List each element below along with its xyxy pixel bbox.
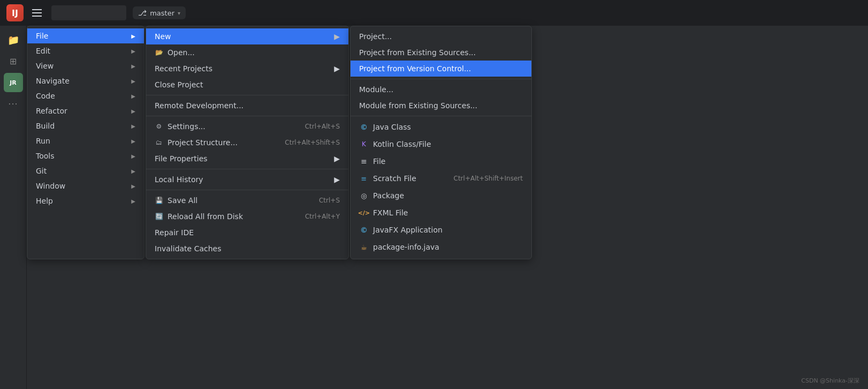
menu-item-repair-ide[interactable]: Repair IDE	[146, 225, 348, 241]
branch-chevron-icon: ▾	[178, 10, 180, 16]
menu-item-view[interactable]: View ▶	[27, 58, 144, 73]
separator	[146, 169, 348, 169]
menu-arrow-icon: ▶	[131, 78, 135, 84]
menu-arrow-icon: ▶	[131, 153, 135, 159]
watermark: CSDN @Shinka-深深	[801, 377, 859, 385]
branch-name: master	[150, 9, 174, 17]
separator	[351, 116, 531, 116]
menu-item-recent-projects[interactable]: Recent Projects ▶	[146, 61, 348, 77]
menu-item-remote-development[interactable]: Remote Development...	[146, 98, 348, 114]
separator	[146, 116, 348, 116]
menu-item-settings[interactable]: ⚙ Settings... Ctrl+Alt+S	[146, 118, 348, 134]
menu-arrow-icon: ▶	[131, 123, 135, 129]
menu-arrow-icon: ▶	[131, 138, 135, 144]
menu-item-code[interactable]: Code ▶	[27, 88, 144, 103]
menu-item-open[interactable]: 📂 Open...	[146, 44, 348, 61]
menu-container: File ▶ Edit ▶ View ▶ Navigate ▶ Code ▶ R…	[27, 26, 532, 259]
menu-arrow-icon: ▶	[131, 48, 135, 54]
menu-arrow-icon: ▶	[334, 175, 340, 184]
java-class-icon: ©	[359, 122, 369, 132]
separator	[146, 190, 348, 190]
left-sidebar: 📁 ⊞ JR ···	[0, 26, 27, 389]
menu-arrow-icon: ▶	[131, 168, 135, 174]
new-submenu-level3: Project... Project from Existing Sources…	[350, 26, 532, 259]
separator	[351, 79, 531, 79]
scratch-file-icon: ≡	[359, 174, 369, 183]
menu-arrow-icon: ▶	[131, 108, 135, 114]
avatar-icon[interactable]: JR	[4, 73, 23, 92]
menu-item-project-from-vcs[interactable]: Project from Version Control...	[351, 61, 531, 77]
folder-icon[interactable]: 📁	[4, 30, 23, 49]
project-structure-icon: 🗂	[155, 138, 163, 147]
shortcut-reload-all: Ctrl+Alt+Y	[305, 213, 340, 220]
menu-arrow-icon: ▶	[334, 64, 340, 73]
menu-item-project[interactable]: Project...	[351, 28, 531, 44]
menu-item-package[interactable]: ◎ Package	[351, 187, 531, 204]
menu-arrow-icon: ▶	[131, 63, 135, 69]
file-icon: ≡	[359, 156, 369, 166]
menu-item-local-history[interactable]: Local History ▶	[146, 171, 348, 188]
menu-item-help[interactable]: Help ▶	[27, 193, 144, 208]
more-icon[interactable]: ···	[4, 94, 23, 114]
shortcut-save-all: Ctrl+S	[319, 197, 340, 204]
menu-item-build[interactable]: Build ▶	[27, 118, 144, 133]
menu-item-new[interactable]: New ▶	[146, 28, 348, 44]
shortcut-scratch-file: Ctrl+Alt+Shift+Insert	[454, 175, 523, 182]
shortcut-settings: Ctrl+Alt+S	[305, 123, 340, 130]
javafx-icon: ©	[359, 225, 369, 235]
menu-arrow-icon: ▶	[334, 32, 340, 41]
separator	[146, 95, 348, 95]
menu-item-tools[interactable]: Tools ▶	[27, 148, 144, 163]
menu-item-refactor[interactable]: Refactor ▶	[27, 103, 144, 118]
menu-item-close-project[interactable]: Close Project	[146, 77, 348, 93]
menu-item-file[interactable]: ≡ File	[351, 153, 531, 170]
folder-open-icon: 📂	[155, 48, 163, 57]
plugins-icon[interactable]: ⊞	[4, 51, 23, 71]
menu-item-java-class[interactable]: © Java Class	[351, 118, 531, 136]
menu-item-run[interactable]: Run ▶	[27, 133, 144, 148]
package-icon: ◎	[359, 191, 369, 200]
menu-arrow-icon: ▶	[131, 198, 135, 204]
menu-item-file-properties[interactable]: File Properties ▶	[146, 151, 348, 167]
menu-item-fxml-file[interactable]: </> FXML File	[351, 204, 531, 221]
menu-arrow-icon: ▶	[131, 183, 135, 189]
menu-item-reload-all[interactable]: 🔄 Reload All from Disk Ctrl+Alt+Y	[146, 208, 348, 225]
reload-icon: 🔄	[155, 212, 163, 221]
menu-arrow-icon: ▶	[131, 93, 135, 99]
menu-item-file[interactable]: File ▶	[27, 28, 144, 43]
project-name-area	[51, 5, 126, 20]
menu-item-navigate[interactable]: Navigate ▶	[27, 73, 144, 88]
menu-item-javafx-application[interactable]: © JavaFX Application	[351, 221, 531, 238]
menu-item-project-structure[interactable]: 🗂 Project Structure... Ctrl+Alt+Shift+S	[146, 134, 348, 151]
menu-item-window[interactable]: Window ▶	[27, 178, 144, 193]
settings-icon: ⚙	[155, 122, 163, 131]
menu-item-module[interactable]: Module...	[351, 81, 531, 98]
file-menu-level1: File ▶ Edit ▶ View ▶ Navigate ▶ Code ▶ R…	[27, 26, 144, 259]
menu-item-invalidate-caches[interactable]: Invalidate Caches	[146, 241, 348, 257]
menu-item-git[interactable]: Git ▶	[27, 163, 144, 178]
hamburger-menu-button[interactable]	[30, 5, 45, 20]
menu-item-package-info[interactable]: ☕ package-info.java	[351, 238, 531, 256]
app-icon: IJ	[6, 4, 24, 21]
shortcut-project-structure: Ctrl+Alt+Shift+S	[285, 139, 340, 146]
file-submenu-level2: New ▶ 📂 Open... Recent Projects ▶ Close …	[146, 26, 349, 259]
menu-arrow-icon: ▶	[131, 33, 135, 39]
fxml-icon: </>	[359, 208, 369, 218]
menu-arrow-icon: ▶	[334, 154, 340, 163]
branch-selector[interactable]: ⎇ master ▾	[133, 6, 186, 19]
menu-item-edit[interactable]: Edit ▶	[27, 43, 144, 58]
menu-item-project-from-existing[interactable]: Project from Existing Sources...	[351, 44, 531, 61]
kotlin-icon: K	[359, 139, 369, 149]
package-info-icon: ☕	[359, 242, 369, 252]
save-icon: 💾	[155, 196, 163, 205]
menu-item-save-all[interactable]: 💾 Save All Ctrl+S	[146, 192, 348, 208]
menu-item-scratch-file[interactable]: ≡ Scratch File Ctrl+Alt+Shift+Insert	[351, 170, 531, 187]
titlebar: IJ ⎇ master ▾	[0, 0, 868, 26]
menu-item-module-from-existing[interactable]: Module from Existing Sources...	[351, 98, 531, 114]
menu-item-kotlin-class[interactable]: K Kotlin Class/File	[351, 136, 531, 153]
git-branch-icon: ⎇	[138, 9, 147, 17]
